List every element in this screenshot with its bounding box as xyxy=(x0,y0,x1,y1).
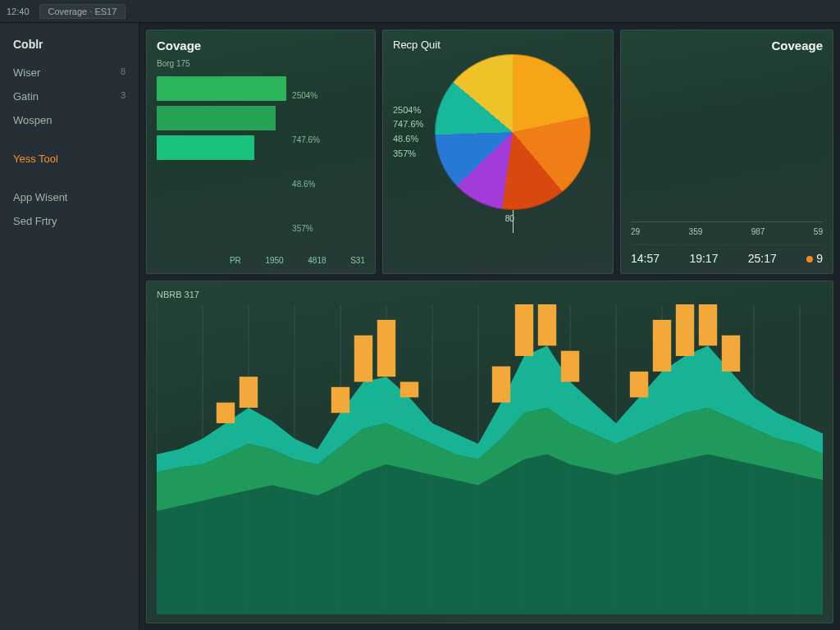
area-spike xyxy=(240,377,258,408)
pie-callout-label: 80 xyxy=(505,214,514,223)
time-label: 12:40 xyxy=(7,7,30,16)
x-tick: 987 xyxy=(751,227,765,236)
panel-pie-chart: Recp Quit 2504% 747.6% 48.6% 357% 80 xyxy=(382,30,614,274)
pie-chart xyxy=(435,54,591,210)
x-tick: 359 xyxy=(689,227,703,236)
pie-value: 747.6% xyxy=(393,117,423,132)
sidebar-header: Coblr xyxy=(0,33,139,56)
x-tick: 59 xyxy=(814,227,823,236)
area-spike xyxy=(538,304,556,345)
sidebar-item-count: 8 xyxy=(121,66,126,79)
sidebar-item-gatin[interactable]: Gatin 3 xyxy=(0,84,139,108)
sidebar-item-label: Wospen xyxy=(13,114,52,126)
coverage-stats: 14:57 19:17 25:17 9 xyxy=(631,244,823,265)
sidebar: Coblr Wiser 8 Gatin 3 Wospen Yess Tool A… xyxy=(0,23,139,630)
sidebar-item-label: Yess Tool xyxy=(13,153,58,165)
bar-value: 48.6% xyxy=(292,180,360,189)
panel-title: Covage xyxy=(157,39,365,52)
x-tick: S31 xyxy=(350,256,365,265)
area-spike xyxy=(699,304,717,345)
area-spike xyxy=(217,403,235,423)
hbar xyxy=(157,76,286,101)
sidebar-item-yess-tool[interactable]: Yess Tool xyxy=(0,147,139,171)
area-spike xyxy=(630,372,648,398)
tab-label: Coverage · ES17 xyxy=(48,7,117,16)
sidebar-item-label: Sed Frtry xyxy=(13,215,57,227)
area-chart xyxy=(157,304,823,614)
stat-value: 14:57 xyxy=(631,252,660,265)
area-spike xyxy=(515,304,533,356)
coverage-x-axis: 29 359 987 59 xyxy=(631,227,823,236)
pie-value: 48.6% xyxy=(393,132,423,147)
window-tab[interactable]: Coverage · ES17 xyxy=(39,4,126,19)
bar-value: 747.6% xyxy=(292,135,360,144)
sidebar-item-count: 3 xyxy=(121,90,126,103)
area-spike xyxy=(377,320,395,377)
x-tick: PR xyxy=(230,256,241,265)
area-spike xyxy=(653,320,671,372)
pie-value-list: 2504% 747.6% 48.6% 357% xyxy=(393,103,423,161)
area-spike xyxy=(561,351,579,382)
sidebar-item-label: Wiser xyxy=(13,66,40,79)
bar-value-labels: 2504% 747.6% 48.6% 357% xyxy=(292,73,365,251)
panel-bar-chart: Covage Borg 175 2504% 747.6% 48.6% 357% xyxy=(146,30,376,274)
x-tick: 1950 xyxy=(265,256,283,265)
bar-value: 357% xyxy=(292,224,360,233)
sidebar-item-sed-frtry[interactable]: Sed Frtry xyxy=(0,209,139,233)
x-tick: 4818 xyxy=(308,256,326,265)
sidebar-item-wospen[interactable]: Wospen xyxy=(0,108,139,132)
x-tick: 29 xyxy=(631,227,640,236)
hbar-group xyxy=(157,73,292,251)
pie-value: 2504% xyxy=(393,103,423,118)
stat-badge-value: 9 xyxy=(816,252,823,265)
hbar xyxy=(157,135,254,160)
vbar-chart xyxy=(631,59,823,222)
panel-title: Recp Quit xyxy=(393,39,441,51)
dot-icon xyxy=(806,256,813,262)
bar-x-axis: PR 1950 4818 S31 xyxy=(157,256,365,265)
sidebar-item-label: App Wisent xyxy=(13,191,67,203)
window-titlebar: 12:40 Coverage · ES17 xyxy=(0,0,840,23)
panel-subtitle: NBRB 317 xyxy=(157,290,823,299)
panel-subtitle: Borg 175 xyxy=(157,59,365,68)
bar-value: 2504% xyxy=(292,91,360,100)
panel-coverage: Coveage 29 359 987 59 14:57 19:17 25:17 … xyxy=(620,30,833,274)
area-spike xyxy=(400,382,418,398)
stat-value: 25:17 xyxy=(748,252,777,265)
stat-badge: 9 xyxy=(806,252,823,265)
pie-value: 357% xyxy=(393,147,423,162)
sidebar-item-app-wisent[interactable]: App Wisent xyxy=(0,185,139,209)
area-spike xyxy=(492,367,510,403)
stat-value: 19:17 xyxy=(689,252,718,265)
main-area: Covage Borg 175 2504% 747.6% 48.6% 357% xyxy=(139,23,840,630)
panel-area-chart: NBRB 317 xyxy=(146,281,833,623)
hbar xyxy=(157,106,276,130)
sidebar-item-wiser[interactable]: Wiser 8 xyxy=(0,61,139,84)
panel-title: Coveage xyxy=(631,39,823,52)
area-spike xyxy=(722,336,740,372)
area-spike xyxy=(676,304,694,356)
area-spike xyxy=(354,336,372,382)
sidebar-item-label: Gatin xyxy=(13,90,39,103)
area-spike xyxy=(331,387,349,413)
